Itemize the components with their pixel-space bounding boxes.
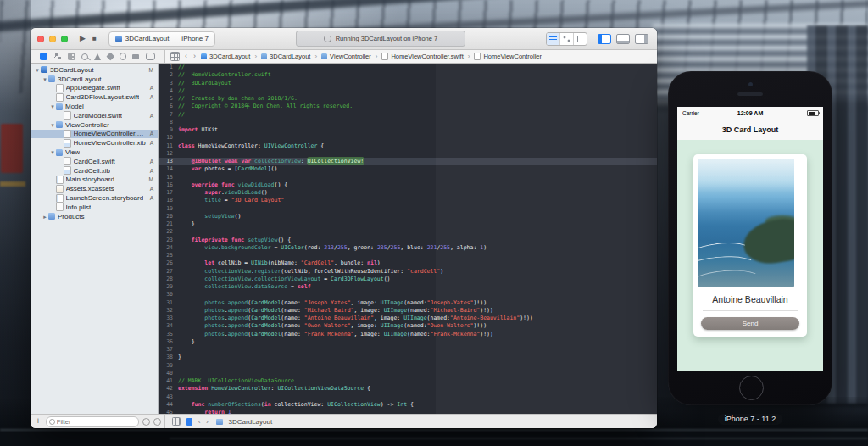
code-token: =	[287, 283, 298, 290]
code-text: photos.append(CardModel(name: "Michael B…	[178, 307, 657, 315]
jump-bar-crumb[interactable]: ViewController	[321, 53, 371, 60]
code-token	[178, 244, 204, 251]
line-number: 2	[159, 71, 178, 79]
disclosure-triangle-icon[interactable]: ▾	[42, 76, 48, 82]
close-window-button[interactable]	[37, 36, 44, 42]
current-file-icon[interactable]	[186, 418, 192, 426]
code-token: ()	[235, 213, 242, 220]
sidebar-item-cardcell-swift[interactable]: CardCell.swiftA	[31, 157, 158, 166]
sidebar-item-homeviewcontroller-swift[interactable]: HomeViewController.swiftA	[31, 130, 158, 139]
history-arrows-icon[interactable]: ‹ ›	[198, 418, 210, 426]
disclosure-triangle-icon[interactable]: ▾	[49, 149, 56, 155]
disclosure-triangle-icon[interactable]: ▾	[49, 122, 56, 128]
code-text	[178, 174, 657, 181]
source-control-filter-icon[interactable]	[153, 418, 161, 426]
code-token: super	[204, 189, 221, 196]
reports-icon[interactable]	[146, 53, 155, 60]
standard-editor-button[interactable]	[547, 33, 560, 45]
stop-button[interactable]: ■	[92, 36, 97, 42]
code-line: 11class HomeViewController: UIViewContro…	[159, 142, 657, 150]
home-button[interactable]	[739, 376, 764, 400]
source-editor[interactable]: 1//2// HomeViewController.swift3// 3DCar…	[159, 64, 657, 414]
find-icon[interactable]	[81, 53, 88, 60]
breakpoints-icon[interactable]	[132, 54, 139, 59]
sidebar-item-cardcell-xib[interactable]: CardCell.xibA	[31, 166, 158, 176]
sidebar-item-3dcardlayout[interactable]: ▾3DCardLayout	[31, 75, 158, 84]
line-number: 10	[159, 134, 178, 142]
zoom-window-button[interactable]	[61, 36, 68, 42]
send-button[interactable]: Send	[701, 317, 799, 330]
back-button[interactable]: ‹	[184, 53, 188, 60]
code-token: collectionView	[204, 268, 251, 275]
file-name-label: Card3DFlowLayout.swift	[66, 93, 140, 101]
sidebar-item-assets-xcassets[interactable]: Assets.xcassetsA	[31, 184, 158, 193]
code-text: class HomeViewController: UIViewControll…	[178, 142, 657, 150]
debug-icon[interactable]	[120, 53, 127, 60]
code-text	[178, 362, 657, 370]
file-name-label: 3DCardLayout	[58, 75, 102, 83]
scheme-chip[interactable]: 3DCardLayout	[109, 32, 175, 46]
destination-chip[interactable]: iPhone 7	[175, 32, 214, 46]
code-token: }	[178, 354, 181, 360]
forward-button[interactable]: ›	[192, 53, 197, 60]
jump-bar-crumb[interactable]: 3DCardLayout	[201, 53, 250, 60]
jump-bar-crumb[interactable]: HomeViewController	[474, 53, 542, 60]
crumb-separator-icon: ›	[376, 53, 378, 60]
crumb-label: 3DCardLayout	[209, 53, 250, 60]
filter-input[interactable]	[46, 416, 139, 427]
file-name-label: 3DCardLayout	[50, 66, 94, 74]
disclosure-triangle-icon[interactable]: ▾	[49, 103, 56, 109]
sidebar-item-3dcardlayout[interactable]: ▾3DCardLayoutM	[31, 65, 158, 75]
code-line: 32 photos.append(CardModel(name: "Michae…	[159, 307, 657, 315]
disclosure-triangle-icon[interactable]: ▾	[34, 67, 41, 73]
profile-card[interactable]: Antoine Beauvillain Send	[693, 154, 807, 337]
issues-icon[interactable]	[94, 53, 101, 60]
activity-status-text: Running 3DCardLayout on iPhone 7	[336, 35, 438, 42]
version-editor-button[interactable]	[574, 33, 587, 45]
line-number: 3	[159, 80, 178, 87]
sidebar-item-viewcontroller[interactable]: ▾ViewController	[31, 120, 158, 130]
tests-icon[interactable]	[106, 53, 114, 60]
sidebar-item-main-storyboard[interactable]: Main.storyboardM	[31, 176, 158, 185]
code-token: CardModel	[251, 322, 281, 329]
sidebar-item-products[interactable]: ▸Products	[31, 212, 158, 221]
bottom-breadcrumb-label[interactable]: 3DCardLayout	[229, 418, 273, 426]
code-token: , green:	[348, 244, 377, 251]
code-token: }	[178, 338, 195, 345]
recent-files-filter-icon[interactable]	[142, 418, 150, 426]
front-camera-icon	[748, 82, 753, 86]
code-token: "Joseph-Yates"	[427, 299, 474, 306]
add-file-button[interactable]: +	[34, 417, 42, 426]
related-items-icon[interactable]	[170, 52, 180, 61]
toggle-debug-area-button[interactable]	[616, 34, 630, 44]
line-number: 18	[159, 197, 178, 204]
jump-bar-crumb[interactable]: HomeViewController.swift	[381, 53, 463, 60]
code-text: var photos = [CardModel]()	[178, 165, 657, 173]
assistant-editor-button[interactable]	[560, 33, 574, 45]
toggle-navigator-button[interactable]	[598, 34, 611, 44]
minimize-window-button[interactable]	[49, 36, 56, 42]
jump-bar-crumb[interactable]: 3DCardLayout	[261, 53, 310, 60]
disclosure-triangle-icon[interactable]: ▸	[42, 214, 48, 220]
code-token: UICollectionView!	[308, 158, 364, 164]
source-control-icon[interactable]	[54, 53, 62, 60]
sidebar-item-appdelegate-swift[interactable]: AppDelegate.swiftA	[31, 84, 158, 93]
sidebar-item-card3dflowlayout-swift[interactable]: Card3DFlowLayout.swiftA	[31, 92, 158, 102]
xcode-content: ▾3DCardLayoutM▾3DCardLayoutAppDelegate.s…	[31, 64, 657, 414]
sidebar-item-homeviewcontroller-xib[interactable]: HomeViewController.xibA	[31, 138, 158, 148]
toggle-inspector-button[interactable]	[635, 34, 648, 44]
code-text: collectionView.register(cellNib, forCell…	[178, 268, 657, 276]
project-navigator-icon[interactable]	[40, 53, 47, 60]
run-button[interactable]: ▶	[80, 35, 86, 42]
grid-icon[interactable]	[172, 417, 181, 426]
sidebar-item-model[interactable]: ▾Model	[31, 102, 158, 111]
device-label-text: iPhone 7 - 11.2	[718, 414, 782, 425]
code-token: )!))	[473, 322, 487, 329]
code-token: viewDidLoad	[237, 181, 274, 188]
sidebar-item-view[interactable]: ▾View	[31, 148, 158, 157]
symbols-icon[interactable]	[68, 53, 75, 60]
sidebar-item-launchscreen-storyboard[interactable]: LaunchScreen.storyboardA	[31, 193, 158, 203]
code-token: UIKit	[198, 126, 217, 133]
sidebar-item-cardmodel-swift[interactable]: CardModel.swiftA	[31, 111, 158, 120]
sidebar-item-info-plist[interactable]: Info.plist	[31, 203, 158, 212]
